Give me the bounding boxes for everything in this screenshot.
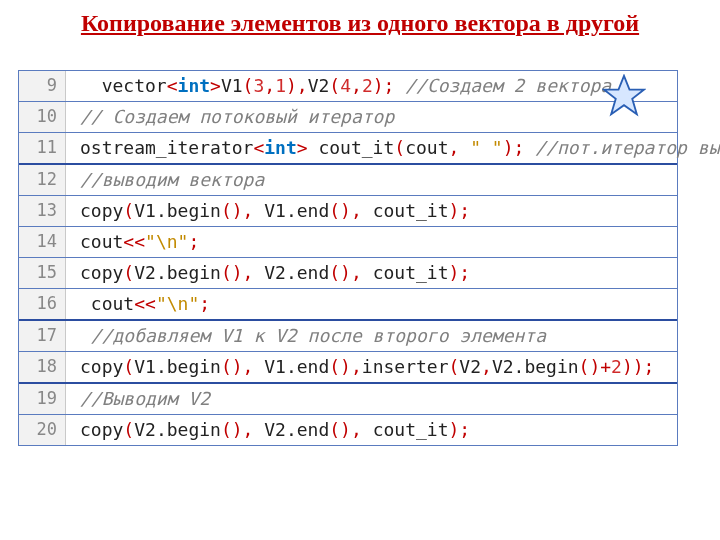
line-number: 11 [19, 133, 66, 163]
code-content: //выводим вектора [66, 165, 677, 195]
code-editor: 9 vector<int>V1(3,1),V2(4,2); //Создаем … [18, 70, 678, 446]
code-line: 19//Выводим V2 [19, 382, 677, 414]
line-number: 19 [19, 384, 66, 414]
code-line: 16 cout<<"\n"; [19, 288, 677, 319]
code-content: vector<int>V1(3,1),V2(4,2); //Создаем 2 … [66, 71, 677, 101]
code-content: //добавляем V1 к V2 после второго элемен… [66, 321, 677, 351]
star-icon [602, 74, 646, 118]
line-number: 18 [19, 352, 66, 382]
code-content: cout<<"\n"; [66, 227, 677, 257]
code-content: copy(V2.begin(), V2.end(), cout_it); [66, 258, 677, 288]
code-line: 9 vector<int>V1(3,1),V2(4,2); //Создаем … [19, 71, 677, 101]
code-content: copy(V1.begin(), V1.end(), cout_it); [66, 196, 677, 226]
code-line: 11ostream_iterator<int> cout_it(cout, " … [19, 132, 677, 163]
code-line: 18copy(V1.begin(), V1.end(),inserter(V2,… [19, 351, 677, 382]
line-number: 13 [19, 196, 66, 226]
line-number: 10 [19, 102, 66, 132]
code-content: copy(V2.begin(), V2.end(), cout_it); [66, 415, 677, 445]
code-content: cout<<"\n"; [66, 289, 677, 319]
code-content: copy(V1.begin(), V1.end(),inserter(V2,V2… [66, 352, 677, 382]
code-content: ostream_iterator<int> cout_it(cout, " ")… [66, 133, 720, 163]
code-line: 10// Создаем потоковый итератор [19, 101, 677, 132]
code-line: 12//выводим вектора [19, 163, 677, 195]
code-line: 17 //добавляем V1 к V2 после второго эле… [19, 319, 677, 351]
code-line: 14cout<<"\n"; [19, 226, 677, 257]
page-title: Копирование элементов из одного вектора … [0, 0, 720, 48]
line-number: 9 [19, 71, 66, 101]
code-line: 13copy(V1.begin(), V1.end(), cout_it); [19, 195, 677, 226]
line-number: 14 [19, 227, 66, 257]
line-number: 17 [19, 321, 66, 351]
code-line: 15copy(V2.begin(), V2.end(), cout_it); [19, 257, 677, 288]
line-number: 15 [19, 258, 66, 288]
line-number: 20 [19, 415, 66, 445]
code-content: // Создаем потоковый итератор [66, 102, 677, 132]
code-content: //Выводим V2 [66, 384, 677, 414]
line-number: 16 [19, 289, 66, 319]
svg-marker-0 [604, 76, 644, 114]
line-number: 12 [19, 165, 66, 195]
code-line: 20copy(V2.begin(), V2.end(), cout_it); [19, 414, 677, 445]
